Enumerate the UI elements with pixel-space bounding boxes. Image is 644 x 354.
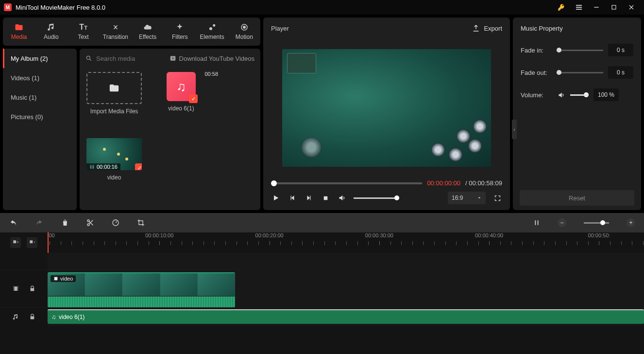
properties-title: Music Property	[521, 25, 563, 32]
split-button[interactable]	[86, 219, 94, 227]
media-item-caption: video 6(1)	[168, 105, 194, 112]
volume-icon[interactable]	[557, 91, 565, 99]
timeline-ruler[interactable]: 0:0000:00:10:0000:00:20:0000:00:30:0000:…	[48, 232, 644, 253]
app-icon: M	[4, 3, 12, 11]
media-item-caption: video	[107, 174, 121, 181]
video-clip[interactable]: video	[48, 272, 235, 307]
fit-timeline-button[interactable]	[533, 219, 540, 227]
checked-badge-icon: ✓	[135, 163, 142, 170]
player-panel: Player Export 00:00:00:00 / 00:00:58:09	[263, 18, 510, 210]
aspect-ratio-select[interactable]: 16:9	[448, 192, 486, 204]
audio-clip[interactable]: ♫ video 6(1)	[48, 309, 644, 324]
tab-filters[interactable]: Filters	[164, 18, 196, 46]
tab-text[interactable]: TT Text	[68, 18, 100, 46]
minimize-button[interactable]	[588, 0, 605, 15]
close-button[interactable]	[623, 0, 640, 15]
transition-icon	[111, 23, 120, 32]
fade-out-value[interactable]: 0 s	[608, 66, 633, 79]
timeline: − + 0:0000:00:10:0000:00:20:0000:00:30:0…	[0, 213, 644, 354]
tab-label: Effects	[139, 34, 156, 40]
svg-rect-5	[323, 196, 327, 200]
sidebar-item-music[interactable]: Music (1)	[3, 88, 77, 107]
sidebar-item-label: Music (1)	[11, 94, 36, 101]
undo-button[interactable]	[9, 218, 17, 227]
tab-motion[interactable]: Motion	[228, 18, 260, 46]
tab-transition[interactable]: Transition	[100, 18, 132, 46]
media-item-music[interactable]: ♫ 00:58 ✓ video 6(1)	[153, 72, 209, 115]
export-button[interactable]: Export	[472, 24, 502, 32]
tab-elements[interactable]: Elements	[196, 18, 228, 46]
lock-track-button[interactable]	[27, 312, 37, 322]
clip-label: video 6(1)	[59, 314, 85, 320]
film-icon	[53, 276, 58, 281]
download-icon	[169, 55, 176, 62]
download-label: Download YouTube Videos	[179, 55, 254, 62]
delete-button[interactable]	[61, 219, 69, 227]
tab-media[interactable]: Media	[3, 18, 35, 46]
volume-slider[interactable]	[570, 94, 589, 96]
tab-label: Motion	[236, 34, 253, 40]
aspect-value: 16:9	[452, 195, 463, 201]
music-icon	[47, 23, 55, 32]
maximize-button[interactable]	[605, 0, 623, 15]
stop-button[interactable]	[321, 195, 330, 201]
reset-button[interactable]: Reset	[520, 190, 634, 206]
upgrade-key-icon[interactable]	[553, 0, 570, 15]
tab-label: Elements	[200, 34, 224, 40]
volume-label: Volume:	[521, 91, 552, 99]
collapse-handle[interactable]: ›	[512, 120, 517, 139]
player-duration: / 00:00:58:09	[465, 179, 502, 187]
redo-button[interactable]	[35, 218, 44, 227]
prev-frame-button[interactable]	[288, 195, 297, 201]
sidebar-item-my-album[interactable]: My Album (2)	[3, 49, 77, 68]
media-sidebar: My Album (2) Videos (1) Music (1) Pictur…	[3, 49, 77, 210]
svg-point-4	[86, 56, 90, 59]
svg-point-1	[209, 27, 212, 30]
sidebar-item-pictures[interactable]: Pictures (0)	[3, 107, 77, 126]
zoom-out-button[interactable]: −	[558, 218, 566, 227]
sidebar-item-label: My Album (2)	[11, 55, 48, 62]
next-frame-button[interactable]	[304, 195, 314, 201]
remove-track-button[interactable]	[27, 237, 37, 248]
tab-effects[interactable]: Effects	[132, 18, 164, 46]
import-media-button[interactable]: Import Media Files	[86, 72, 142, 115]
crop-button[interactable]	[137, 219, 145, 227]
svg-rect-9	[13, 240, 16, 243]
tab-audio[interactable]: Audio	[35, 18, 67, 46]
zoom-slider[interactable]	[584, 222, 609, 224]
play-button[interactable]	[271, 194, 281, 202]
fade-in-slider[interactable]	[557, 50, 603, 51]
volume-value[interactable]: 100 %	[593, 88, 619, 101]
media-item-video[interactable]: 00:00:16 ✓ video	[86, 138, 142, 181]
search-input[interactable]	[96, 55, 159, 62]
menu-icon[interactable]	[570, 0, 588, 15]
fade-out-label: Fade out:	[521, 69, 552, 76]
player-current-time: 00:00:00:00	[427, 179, 460, 187]
folder-icon	[108, 83, 120, 93]
mute-button[interactable]	[337, 194, 347, 202]
motion-icon	[240, 23, 249, 32]
tab-label: Filters	[172, 34, 188, 40]
fade-in-value[interactable]: 0 s	[608, 44, 633, 56]
tab-label: Text	[78, 34, 89, 40]
player-seekbar[interactable]	[271, 182, 422, 184]
fade-out-slider[interactable]	[557, 72, 603, 73]
svg-rect-11	[54, 277, 58, 281]
tool-tabs: Media Audio TT Text Transition Effects F…	[3, 18, 260, 46]
speed-button[interactable]	[112, 219, 119, 227]
sidebar-item-videos[interactable]: Videos (1)	[3, 68, 77, 88]
tab-label: Media	[11, 34, 27, 40]
lock-track-button[interactable]	[27, 283, 37, 294]
film-icon	[89, 164, 95, 170]
fullscreen-button[interactable]	[492, 195, 502, 202]
zoom-in-button[interactable]: +	[627, 218, 635, 227]
search-icon	[85, 55, 92, 62]
media-item-caption: Import Media Files	[90, 108, 138, 115]
player-volume-slider[interactable]	[354, 197, 399, 199]
add-track-button[interactable]	[10, 237, 21, 248]
video-preview[interactable]	[282, 49, 491, 167]
app-title: MiniTool MovieMaker Free 8.0.0	[16, 4, 105, 11]
download-youtube-link[interactable]: Download YouTube Videos	[169, 55, 254, 62]
folder-icon	[14, 23, 24, 32]
fade-in-label: Fade in:	[521, 47, 552, 54]
